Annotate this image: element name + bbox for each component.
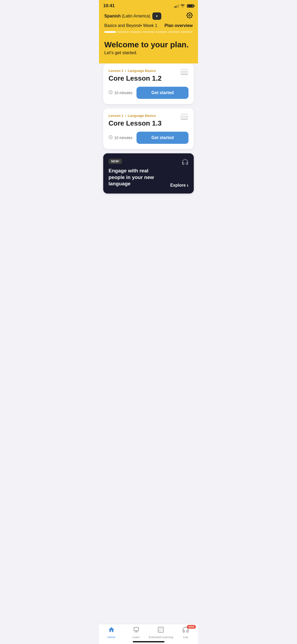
lesson-2-duration: 10 minutes xyxy=(109,135,132,140)
layers-icon-2 xyxy=(180,114,188,120)
progress-segment-7 xyxy=(181,31,193,33)
promo-card: NEW! Engage with real people in your new… xyxy=(103,153,194,194)
wifi-icon xyxy=(180,4,185,8)
welcome-title: Welcome to your plan. xyxy=(104,40,193,49)
plan-overview-link[interactable]: Plan overview xyxy=(164,23,193,28)
lesson-1-title: Core Lesson 1.2 xyxy=(109,74,188,82)
battery-icon xyxy=(187,4,194,8)
progress-segment-1 xyxy=(104,31,116,33)
lesson-card-1: Lesson 1 • Language Basics Core Lesson 1… xyxy=(103,63,194,104)
lesson-card-2: Lesson 1 • Language Basics Core Lesson 1… xyxy=(103,108,194,149)
status-icons xyxy=(174,4,194,8)
get-started-button-1[interactable]: Get started xyxy=(136,87,188,99)
yellow-section: Spanish (Latin America) ▾ Basics and Bey… xyxy=(99,10,198,69)
progress-bar xyxy=(104,31,193,33)
language-dropdown-button[interactable]: ▾ xyxy=(152,12,161,20)
welcome-subtitle: Let's get started. xyxy=(104,50,193,56)
explore-button[interactable]: Explore › xyxy=(170,182,188,188)
lesson-2-footer: 10 minutes Get started xyxy=(109,132,188,144)
language-header: Spanish (Latin America) ▾ xyxy=(104,10,193,23)
headphone-icon xyxy=(182,159,188,167)
signal-bars-icon xyxy=(174,4,179,8)
progress-segment-6 xyxy=(168,31,180,33)
plan-header: Basics and Beyond• Week 1 Plan overview xyxy=(104,23,193,28)
progress-segment-3 xyxy=(130,31,142,33)
cards-section: Lesson 1 • Language Basics Core Lesson 1… xyxy=(99,63,198,203)
promo-text: Engage with real people in your new lang… xyxy=(109,168,164,187)
explore-arrow-icon: › xyxy=(187,182,188,188)
lesson-1-footer: 10 minutes Get started xyxy=(109,87,188,99)
progress-segment-2 xyxy=(117,31,129,33)
welcome-section: Welcome to your plan. Let's get started. xyxy=(104,40,193,56)
progress-segment-4 xyxy=(143,31,154,33)
get-started-button-2[interactable]: Get started xyxy=(136,132,188,144)
status-time: 10:41 xyxy=(103,3,115,8)
lesson-2-badge: Lesson 1 • Language Basics xyxy=(109,114,188,118)
plan-title: Basics and Beyond• Week 1 xyxy=(104,23,157,28)
clock-icon-2 xyxy=(109,135,113,140)
clock-icon-1 xyxy=(109,90,113,95)
new-badge: NEW! xyxy=(109,159,122,164)
lesson-1-badge: Lesson 1 • Language Basics xyxy=(109,69,188,73)
lesson-2-title: Core Lesson 1.3 xyxy=(109,119,188,127)
language-selector: Spanish (Latin America) ▾ xyxy=(104,12,161,20)
settings-button[interactable] xyxy=(186,12,193,20)
progress-segment-5 xyxy=(155,31,167,33)
dropdown-arrow-icon: ▾ xyxy=(156,14,158,18)
lesson-1-duration: 10 minutes xyxy=(109,90,132,95)
moon-icon: 🌙 xyxy=(116,4,121,8)
status-bar: 10:41 🌙 xyxy=(99,0,198,10)
layers-icon-1 xyxy=(180,69,188,75)
language-text: Spanish (Latin America) xyxy=(104,14,150,19)
